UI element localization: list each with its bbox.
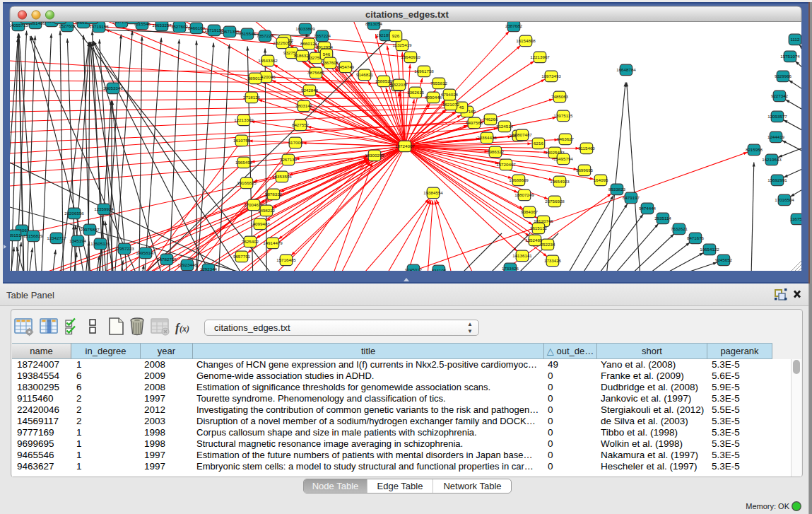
svg-text:1322037: 1322037 <box>391 82 408 87</box>
svg-text:1621072: 1621072 <box>442 102 460 107</box>
svg-text:2803144: 2803144 <box>295 103 313 108</box>
svg-text:9115460: 9115460 <box>578 146 595 151</box>
svg-text:16961758: 16961758 <box>414 69 434 74</box>
svg-text:99975887: 99975887 <box>80 227 100 232</box>
svg-text:10973493: 10973493 <box>541 74 561 78</box>
svg-text:1610755: 1610755 <box>233 138 251 143</box>
svg-text:8466160: 8466160 <box>188 25 206 30</box>
svg-text:1527602: 1527602 <box>59 23 76 28</box>
svg-text:8990448: 8990448 <box>425 95 442 100</box>
svg-text:1733426: 1733426 <box>544 258 562 263</box>
svg-text:9146821: 9146821 <box>356 72 374 77</box>
svg-text:9242848: 9242848 <box>301 88 319 93</box>
svg-text:14958147: 14958147 <box>136 250 155 255</box>
svg-text:19384554: 19384554 <box>423 190 443 195</box>
svg-text:1362615: 1362615 <box>407 90 425 95</box>
svg-text:1965498: 1965498 <box>235 160 253 165</box>
svg-text:164095: 164095 <box>594 177 608 182</box>
svg-text:15720407: 15720407 <box>496 162 516 167</box>
svg-text:926: 926 <box>392 33 400 38</box>
svg-text:8215958: 8215958 <box>746 147 763 152</box>
svg-text:16033809: 16033809 <box>295 26 315 31</box>
svg-text:14136141: 14136141 <box>512 253 532 258</box>
svg-text:20206556: 20206556 <box>64 211 84 216</box>
svg-text:9084067: 9084067 <box>521 209 539 214</box>
svg-text:9474444: 9474444 <box>639 206 657 211</box>
svg-text:1527602: 1527602 <box>171 24 189 29</box>
svg-text:19166825: 19166825 <box>237 180 257 185</box>
svg-text:8660124: 8660124 <box>300 41 318 46</box>
svg-text:9227342: 9227342 <box>771 93 789 98</box>
svg-text:15692991: 15692991 <box>767 177 787 182</box>
svg-text:1498222: 1498222 <box>258 208 276 213</box>
svg-text:14353594: 14353594 <box>272 174 292 179</box>
svg-text:10688609: 10688609 <box>509 177 529 182</box>
svg-text:12156829: 12156829 <box>23 233 43 238</box>
svg-text:16543362: 16543362 <box>258 58 278 63</box>
svg-text:7357224: 7357224 <box>314 33 331 38</box>
svg-text:18300295: 18300295 <box>365 153 384 158</box>
svg-text:10671355: 10671355 <box>220 29 240 34</box>
svg-text:8454749: 8454749 <box>337 64 355 69</box>
svg-text:16210643: 16210643 <box>762 157 782 162</box>
svg-text:3267130: 3267130 <box>280 157 298 162</box>
svg-text:10653257: 10653257 <box>152 23 172 28</box>
svg-text:7357224: 7357224 <box>257 33 274 38</box>
svg-text:252234: 252234 <box>541 242 555 247</box>
svg-text:6216: 6216 <box>534 141 543 146</box>
svg-text:3875685: 3875685 <box>307 70 325 75</box>
svg-text:9463627: 9463627 <box>557 136 575 141</box>
svg-text:citations_edges.txt: citations_edges.txt <box>365 9 449 20</box>
svg-text:13975115: 13975115 <box>553 113 573 118</box>
svg-text:7955812: 7955812 <box>430 81 448 86</box>
svg-text:6794028: 6794028 <box>441 92 459 97</box>
svg-text:19654923: 19654923 <box>550 179 570 184</box>
svg-text:17016504: 17016504 <box>775 197 794 202</box>
svg-text:1345194: 1345194 <box>69 238 87 243</box>
svg-text:7625402: 7625402 <box>242 239 259 244</box>
svg-text:12923446: 12923446 <box>177 262 197 267</box>
svg-text:3124514: 3124514 <box>496 124 514 129</box>
svg-text:9245652: 9245652 <box>715 257 733 262</box>
svg-text:10654122: 10654122 <box>700 247 719 252</box>
svg-text:14914479: 14914479 <box>263 240 283 245</box>
svg-text:6479197: 6479197 <box>623 195 640 200</box>
svg-text:9699695: 9699695 <box>576 168 594 173</box>
svg-text:12213369: 12213369 <box>234 117 254 122</box>
svg-text:12342717: 12342717 <box>47 235 66 240</box>
svg-text:18724007: 18724007 <box>395 144 415 148</box>
svg-text:15751074: 15751074 <box>780 54 800 59</box>
svg-text:39151: 39151 <box>8 233 21 238</box>
svg-text:1112: 1112 <box>791 37 800 42</box>
svg-text:23226058: 23226058 <box>273 40 293 45</box>
svg-text:9657791: 9657791 <box>233 254 251 259</box>
svg-text:16648784: 16648784 <box>616 67 636 72</box>
svg-text:15495794: 15495794 <box>553 156 573 161</box>
svg-text:10719155: 10719155 <box>89 24 109 29</box>
svg-text:2935114: 2935114 <box>654 216 671 221</box>
svg-text:7515546: 7515546 <box>239 31 257 36</box>
svg-text:29053346: 29053346 <box>103 86 123 90</box>
svg-text:20364436: 20364436 <box>477 135 497 140</box>
svg-text:746266: 746266 <box>483 117 498 122</box>
svg-text:1615132: 1615132 <box>530 226 548 230</box>
svg-text:7632621: 7632621 <box>671 226 688 231</box>
svg-text:8427552: 8427552 <box>292 122 310 127</box>
svg-text:12093577: 12093577 <box>767 114 787 119</box>
svg-text:20756928: 20756928 <box>545 199 565 204</box>
svg-text:17957223: 17957223 <box>114 246 134 251</box>
svg-text:5878332: 5878332 <box>265 192 283 197</box>
svg-text:18807249: 18807249 <box>514 192 534 197</box>
svg-text:6497568: 6497568 <box>466 120 483 125</box>
svg-text:11325419: 11325419 <box>392 42 412 47</box>
svg-text:417006: 417006 <box>288 140 303 145</box>
svg-text:16154808: 16154808 <box>516 38 536 43</box>
svg-text:7986322: 7986322 <box>487 149 505 154</box>
svg-text:(x): (x) <box>180 324 189 334</box>
svg-text:9329966: 9329966 <box>775 74 792 78</box>
svg-text:8813054: 8813054 <box>365 21 383 26</box>
svg-text:2718126: 2718126 <box>243 95 261 100</box>
svg-text:546: 546 <box>323 52 331 57</box>
svg-text:45: 45 <box>459 105 464 110</box>
svg-text:12359924: 12359924 <box>94 206 114 211</box>
